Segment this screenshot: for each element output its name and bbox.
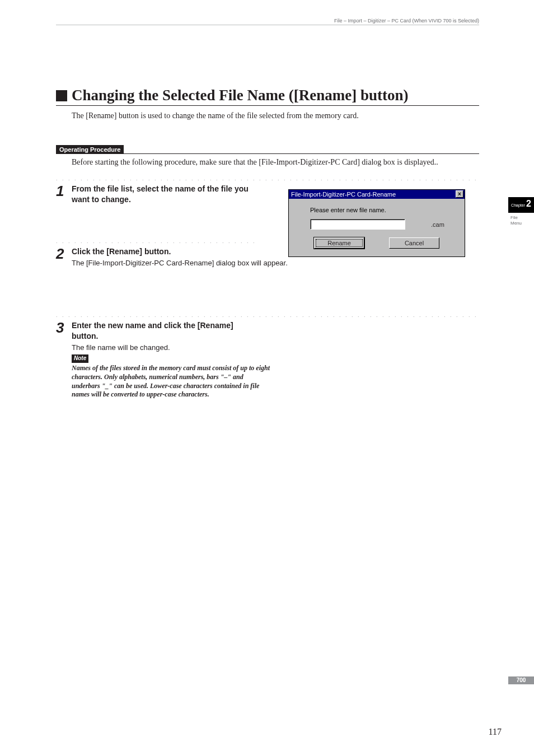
section-title: Changing the Selected File Name ([Rename… <box>72 87 408 104</box>
rename-button[interactable]: Rename <box>314 237 364 249</box>
step-heading: Enter the new name and click the [Rename… <box>72 320 251 342</box>
file-extension-label: .cam <box>431 221 444 228</box>
chapter-label: Chapter <box>511 203 525 207</box>
step-3: 3 Enter the new name and click the [Rena… <box>56 320 479 399</box>
step-heading: Click the [Rename] button. <box>72 246 288 257</box>
dialog-title: File-Import-Digitizer-PC Card-Rename <box>291 191 456 198</box>
dotted-divider: . . . . . . . . . . . . . . . . . . . . … <box>56 176 479 181</box>
step-heading: From the file list, select the name of t… <box>72 184 262 205</box>
cancel-button[interactable]: Cancel <box>389 237 439 249</box>
before-text: Before starting the following procedure,… <box>72 157 479 168</box>
note-body: Names of the files stored in the memory … <box>72 364 273 399</box>
chapter-number: 2 <box>526 199 531 208</box>
note-label: Note <box>72 354 88 363</box>
step-number: 2 <box>56 246 72 261</box>
tab-line2: Menu <box>510 221 534 226</box>
section-heading-row: Changing the Selected File Name ([Rename… <box>56 87 479 106</box>
section-intro: The [Rename] button is used to change th… <box>72 111 479 120</box>
operating-procedure-label: Operating Procedure <box>56 145 124 154</box>
page-number: 117 <box>489 727 502 737</box>
step-number: 3 <box>56 320 72 335</box>
close-icon[interactable]: × <box>456 190 463 198</box>
filename-input[interactable] <box>310 219 405 230</box>
model-badge: 700 <box>508 676 534 684</box>
step-description: The file name will be changed. <box>72 343 273 353</box>
bullet-square-icon <box>56 90 67 101</box>
rename-dialog: File-Import-Digitizer-PC Card-Rename × P… <box>288 189 465 257</box>
step-number: 1 <box>56 184 72 198</box>
step-description: The [File-Import-Digitizer-PC Card-Renam… <box>72 258 288 268</box>
running-header: File – Import – Digitizer – PC Card (Whe… <box>56 0 479 25</box>
dotted-divider: . . . . . . . . . . . . . . . . . . . . … <box>56 239 257 244</box>
dialog-titlebar: File-Import-Digitizer-PC Card-Rename × <box>289 190 465 199</box>
chapter-tab: Chapter 2 File Menu <box>508 197 534 226</box>
dialog-message: Please enter new file name. <box>310 207 455 213</box>
dotted-divider: . . . . . . . . . . . . . . . . . . . . … <box>56 312 479 318</box>
tab-line1: File <box>510 215 534 221</box>
